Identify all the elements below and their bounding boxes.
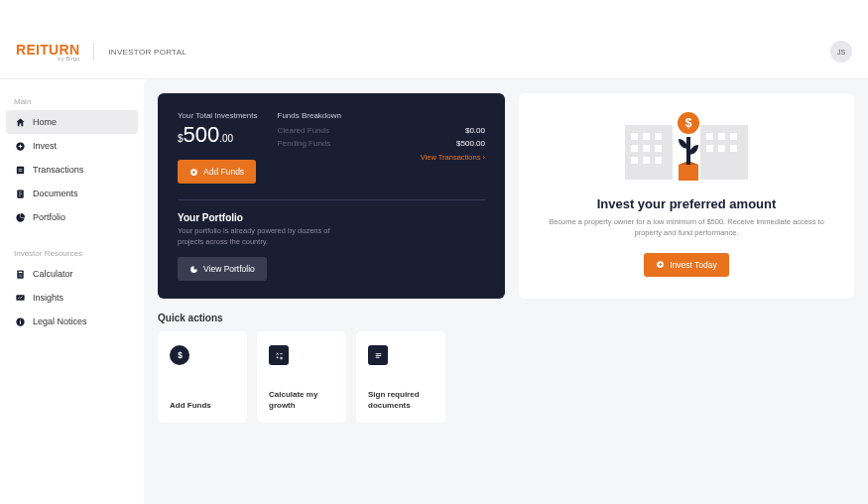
sidebar-item-label: Invest	[33, 141, 57, 151]
quick-card-sign[interactable]: Sign required documents	[356, 331, 445, 423]
button-label: Invest Today	[670, 260, 717, 270]
svg-point-5	[18, 274, 19, 275]
logo: REITURN by Birgo	[16, 42, 79, 62]
svg-text:$: $	[178, 351, 183, 360]
quick-card-calculate[interactable]: Calculate my growth	[257, 331, 346, 423]
portfolio-section: Your Portfolio Your portfolio is already…	[178, 199, 485, 281]
sidebar-item-label: Insights	[33, 293, 63, 303]
button-label: Add Funds	[203, 167, 244, 177]
sidebar: Main Home Invest Transactions Documents …	[0, 79, 144, 504]
insights-icon	[14, 292, 26, 304]
quick-label: Calculate my growth	[269, 390, 334, 411]
avatar[interactable]: JS	[830, 41, 852, 63]
svg-text:$: $	[685, 116, 692, 130]
sidebar-item-documents[interactable]: Documents	[6, 182, 138, 205]
svg-rect-23	[655, 157, 662, 164]
topbar-left: REITURN by Birgo INVESTOR PORTAL	[16, 42, 186, 62]
investments-card: Your Total Investments $ 500 .00 Add Fun…	[158, 93, 505, 299]
svg-point-8	[18, 276, 19, 277]
svg-rect-26	[718, 133, 725, 140]
svg-point-7	[21, 274, 22, 275]
svg-rect-22	[643, 157, 650, 164]
sidebar-item-label: Documents	[33, 189, 78, 198]
pending-label: Pending Funds	[278, 139, 331, 148]
svg-rect-33	[686, 137, 690, 165]
svg-rect-19	[643, 145, 650, 152]
svg-rect-15	[631, 133, 638, 140]
svg-rect-29	[718, 145, 725, 152]
portfolio-title: Your Portfolio	[178, 212, 485, 223]
sidebar-item-label: Calculator	[33, 269, 73, 279]
quick-card-add-funds[interactable]: $ Add Funds	[158, 331, 247, 423]
funds-breakdown: Funds Breakdown Cleared Funds $0.00 Pend…	[278, 111, 486, 184]
view-transactions-link[interactable]: View Transactions ›	[278, 153, 486, 162]
sidebar-item-insights[interactable]: Insights	[6, 286, 138, 310]
total-investments: Your Total Investments $ 500 .00 Add Fun…	[178, 111, 258, 184]
invest-today-button[interactable]: Invest Today	[644, 253, 729, 277]
invest-illustration: $	[543, 107, 830, 187]
sidebar-section-main: Main	[6, 91, 138, 110]
pending-value: $500.00	[456, 139, 485, 148]
amount-decimal: .00	[219, 133, 233, 144]
plus-circle-icon	[189, 168, 198, 177]
svg-rect-4	[18, 271, 22, 272]
sidebar-item-calculator[interactable]: Calculator	[6, 262, 138, 286]
svg-rect-25	[706, 133, 713, 140]
breakdown-title: Funds Breakdown	[278, 111, 486, 120]
sidebar-section-resources: Investor Resources	[6, 243, 138, 262]
pie-chart-icon	[14, 211, 26, 223]
sidebar-item-invest[interactable]: Invest	[6, 134, 138, 158]
svg-rect-30	[730, 145, 737, 152]
quick-actions-title: Quick actions	[158, 313, 854, 323]
transactions-icon	[14, 164, 26, 176]
info-icon	[14, 315, 26, 327]
sidebar-item-legal[interactable]: Legal Notices	[6, 310, 138, 333]
cleared-label: Cleared Funds	[278, 126, 329, 135]
cta-desc: Become a property owner for a low minimu…	[543, 216, 830, 239]
total-amount: $ 500 .00	[178, 122, 258, 148]
svg-point-6	[20, 274, 21, 275]
svg-rect-1	[16, 166, 23, 173]
pie-chart-icon	[189, 265, 198, 274]
button-label: View Portfolio	[203, 264, 255, 274]
portal-label: INVESTOR PORTAL	[108, 48, 186, 57]
breakdown-row-pending: Pending Funds $500.00	[278, 137, 486, 150]
svg-rect-20	[655, 145, 662, 152]
breakdown-row-cleared: Cleared Funds $0.00	[278, 124, 486, 137]
svg-rect-28	[706, 145, 713, 152]
sidebar-item-transactions[interactable]: Transactions	[6, 158, 138, 182]
sidebar-item-home[interactable]: Home	[6, 110, 138, 134]
divider	[93, 43, 94, 61]
quick-actions-row: $ Add Funds Calculate my growth Sign req…	[158, 331, 854, 423]
document-icon	[368, 345, 388, 365]
plus-circle-icon	[14, 140, 26, 152]
quick-label: Sign required documents	[368, 390, 434, 411]
svg-rect-27	[730, 133, 737, 140]
home-icon	[14, 116, 26, 128]
cta-title: Invest your preferred amount	[543, 196, 830, 211]
sidebar-item-label: Transactions	[33, 165, 83, 175]
cleared-value: $0.00	[465, 126, 485, 135]
svg-point-10	[21, 276, 22, 277]
main-content: Your Total Investments $ 500 .00 Add Fun…	[144, 79, 868, 504]
calculator-icon	[14, 268, 26, 280]
sidebar-item-portfolio[interactable]: Portfolio	[6, 205, 138, 229]
topbar: REITURN by Birgo INVESTOR PORTAL JS	[0, 25, 868, 79]
quick-label: Add Funds	[170, 401, 235, 411]
invest-cta-card: $ Invest your preferred amount Become a …	[519, 93, 854, 299]
sidebar-item-label: Legal Notices	[33, 316, 87, 326]
add-funds-button[interactable]: Add Funds	[178, 160, 256, 184]
svg-rect-31	[679, 165, 698, 181]
total-label: Your Total Investments	[178, 111, 258, 120]
calculator-icon	[269, 345, 289, 365]
svg-rect-21	[631, 157, 638, 164]
portfolio-desc: Your portfolio is already powered by doz…	[178, 226, 356, 247]
sidebar-item-label: Portfolio	[33, 212, 65, 222]
plus-circle-icon	[656, 260, 665, 269]
svg-rect-16	[643, 133, 650, 140]
view-portfolio-button[interactable]: View Portfolio	[178, 257, 267, 281]
svg-rect-18	[631, 145, 638, 152]
svg-point-9	[20, 276, 21, 277]
svg-rect-17	[655, 133, 662, 140]
sidebar-item-label: Home	[33, 117, 57, 127]
